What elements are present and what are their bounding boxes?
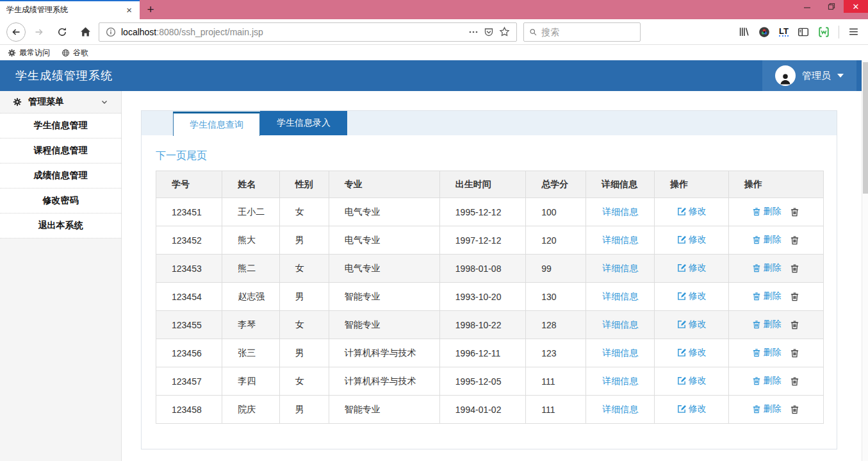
sidebars-icon[interactable] (798, 26, 809, 38)
browser-tab[interactable]: 学生成绩管理系统 × (0, 0, 140, 19)
delete-link[interactable]: 删除 (752, 290, 781, 302)
sidebar-item-change-password[interactable]: 修改密码 (0, 189, 121, 214)
detail-link[interactable]: 详细信息 (602, 404, 638, 415)
trash-button[interactable] (790, 405, 799, 414)
extension-lt-icon[interactable]: LT (779, 27, 789, 37)
tab-close-icon[interactable]: × (124, 4, 135, 15)
edit-link[interactable]: 修改 (677, 206, 707, 217)
page-actions-icon[interactable] (468, 27, 479, 37)
sidebar-item-student-info[interactable]: 学生信息管理 (0, 113, 121, 138)
trash-button[interactable] (790, 235, 799, 245)
trash-button[interactable] (790, 376, 799, 386)
table-row: 123451 王小二 女 电气专业 1995-12-12 100 详细信息 修改… (156, 198, 824, 226)
trash-button[interactable] (790, 207, 799, 217)
edit-link[interactable]: 修改 (677, 234, 707, 246)
cell-birth-date: 1996-12-11 (439, 339, 525, 367)
trash-button[interactable] (790, 320, 799, 330)
delete-link[interactable]: 删除 (752, 319, 781, 330)
detail-link[interactable]: 详细信息 (602, 376, 638, 387)
library-icon[interactable] (739, 26, 749, 37)
trash-button[interactable] (790, 292, 799, 301)
delete-link[interactable]: 删除 (752, 234, 781, 246)
search-bar[interactable] (523, 22, 641, 42)
restore-button[interactable] (819, 0, 844, 13)
url-bar[interactable]: localhost:8080/ssh_project/main.jsp (99, 22, 517, 42)
extension-green-icon[interactable] (818, 26, 830, 38)
next-page-link[interactable]: 下一页 (156, 150, 186, 161)
page-layout: 管理菜单 学生信息管理 课程信息管理 成绩信息管理 修改密码 退出本系统 学生信… (0, 91, 868, 461)
delete-link[interactable]: 删除 (752, 375, 781, 387)
menu-icon[interactable] (848, 26, 859, 37)
cell-name: 熊二 (222, 255, 280, 283)
bookmark-star-icon[interactable] (499, 26, 510, 37)
sidebar-menu-header[interactable]: 管理菜单 (0, 91, 121, 113)
detail-link[interactable]: 详细信息 (602, 206, 638, 218)
trash-button[interactable] (790, 264, 799, 273)
edit-link[interactable]: 修改 (677, 347, 707, 358)
user-menu[interactable]: 管理员 (762, 60, 856, 91)
sidebar: 管理菜单 学生信息管理 课程信息管理 成绩信息管理 修改密码 退出本系统 (0, 91, 122, 461)
bookmark-google[interactable]: 谷歌 (61, 47, 88, 58)
cell-name: 李琴 (222, 311, 280, 339)
minimize-button[interactable] (795, 0, 819, 13)
edit-icon (677, 404, 687, 414)
reload-button[interactable] (53, 22, 72, 42)
close-icon: ✕ (853, 2, 860, 12)
edit-link[interactable]: 修改 (677, 375, 707, 387)
cell-name: 赵志强 (222, 283, 280, 311)
url-text[interactable]: localhost:8080/ssh_project/main.jsp (121, 27, 463, 37)
home-button[interactable] (76, 22, 95, 42)
extension-colorwheel-icon[interactable] (758, 26, 770, 38)
trash-icon (790, 292, 799, 301)
last-page-link[interactable]: 尾页 (186, 150, 207, 161)
table-row: 123453 熊二 女 电气专业 1998-01-08 99 详细信息 修改 删… (156, 255, 824, 283)
bookmark-label: 最常访问 (19, 47, 50, 58)
forward-icon (34, 27, 44, 37)
forward-button[interactable] (29, 22, 49, 42)
detail-link[interactable]: 详细信息 (602, 291, 638, 303)
delete-link[interactable]: 删除 (752, 262, 781, 274)
table-header-row: 学号 姓名 性别 专业 出生时间 总学分 详细信息 操作 操作 (156, 171, 824, 198)
trash-icon (752, 264, 761, 272)
page-scrollbar[interactable] (862, 60, 868, 461)
edit-link[interactable]: 修改 (677, 262, 707, 274)
new-tab-button[interactable]: + (140, 0, 161, 19)
search-icon (529, 28, 537, 37)
tab-student-entry[interactable]: 学生信息录入 (260, 111, 347, 135)
detail-link[interactable]: 详细信息 (602, 235, 638, 246)
trash-icon (752, 207, 761, 216)
scrollbar-thumb[interactable] (863, 62, 868, 194)
detail-link[interactable]: 详细信息 (602, 319, 638, 331)
sidebar-item-course-info[interactable]: 课程信息管理 (0, 138, 121, 163)
back-button[interactable] (6, 22, 26, 42)
bookmarks-bar: 最常访问 谷歌 (0, 45, 868, 60)
detail-link[interactable]: 详细信息 (602, 263, 638, 274)
site-info-icon[interactable] (106, 27, 116, 37)
tab-student-query[interactable]: 学生信息查询 (173, 112, 260, 136)
browser-titlebar: 学生成绩管理系统 × + ✕ (0, 0, 868, 19)
edit-link[interactable]: 修改 (677, 403, 707, 415)
cell-major: 智能专业 (329, 283, 439, 311)
trash-button[interactable] (790, 348, 799, 358)
close-button[interactable]: ✕ (844, 0, 868, 13)
cell-major: 电气专业 (329, 226, 439, 255)
edit-link[interactable]: 修改 (677, 319, 707, 330)
delete-link[interactable]: 删除 (752, 403, 781, 415)
delete-link[interactable]: 删除 (752, 206, 781, 217)
trash-icon (790, 207, 799, 217)
toolbar-icons: LT (739, 26, 862, 38)
delete-link[interactable]: 删除 (752, 347, 781, 358)
edit-link[interactable]: 修改 (677, 290, 707, 302)
pocket-save-icon[interactable] (484, 27, 494, 37)
gear-icon (13, 97, 22, 106)
content-panel: 学生信息查询 学生信息录入 下一页尾页 学号 姓名 性别 专业 (141, 110, 837, 449)
search-input[interactable] (541, 27, 635, 37)
bookmark-most-visited[interactable]: 最常访问 (8, 47, 50, 58)
table-row: 123454 赵志强 男 智能专业 1993-10-20 130 详细信息 修改… (156, 283, 824, 311)
chevron-down-icon (837, 74, 844, 78)
sidebar-item-logout[interactable]: 退出本系统 (0, 214, 121, 239)
user-name: 管理员 (802, 70, 831, 82)
detail-link[interactable]: 详细信息 (602, 348, 638, 359)
tab-strip: 学生信息查询 学生信息录入 (142, 111, 837, 135)
sidebar-item-grade-info[interactable]: 成绩信息管理 (0, 163, 121, 189)
